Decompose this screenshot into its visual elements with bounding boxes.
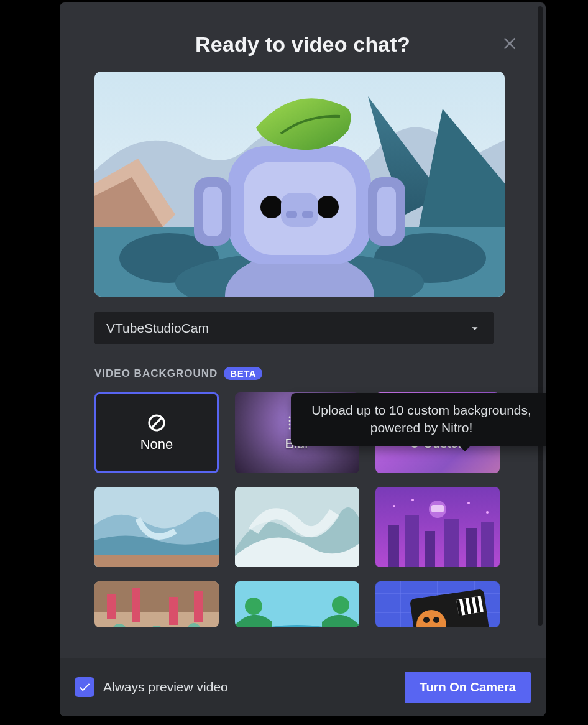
video-preview [94,72,505,297]
tile-label: None [140,436,173,453]
svg-rect-11 [377,187,396,236]
svg-rect-14 [281,193,318,227]
svg-point-48 [467,502,470,504]
modal-title: Ready to video chat? [195,32,410,57]
svg-point-62 [245,598,262,615]
always-preview-checkbox[interactable] [75,677,94,697]
svg-rect-40 [425,531,435,567]
close-icon [501,35,518,52]
background-option-preset-2[interactable] [235,487,359,568]
turn-on-camera-button[interactable]: Turn On Camera [405,672,531,703]
svg-point-19 [289,417,291,418]
svg-rect-41 [444,519,459,567]
beta-badge: BETA [224,367,262,380]
svg-point-76 [423,617,430,623]
none-icon [147,413,167,433]
section-label-text: VIDEO BACKGROUND [94,367,218,380]
svg-rect-39 [405,515,419,567]
check-icon [78,680,91,694]
svg-point-46 [393,505,395,507]
svg-point-21 [289,424,291,426]
video-background-label: VIDEO BACKGROUND BETA [94,367,511,380]
background-option-preset-6[interactable] [375,581,500,627]
background-option-none[interactable]: None [94,392,219,473]
background-option-preset-5[interactable] [235,581,359,627]
svg-rect-43 [481,522,494,567]
svg-point-13 [316,196,339,218]
modal-footer: Always preview video Turn On Camera [60,658,546,716]
svg-rect-45 [431,505,444,512]
svg-rect-15 [286,211,297,218]
svg-rect-52 [107,594,116,619]
svg-line-18 [152,418,162,428]
camera-select-value: VTubeStudioCam [106,321,209,336]
svg-rect-55 [194,591,203,622]
background-option-preset-1[interactable] [94,487,219,568]
scrollbar-thumb[interactable] [538,6,543,626]
svg-point-77 [433,617,439,623]
svg-point-20 [289,420,291,422]
close-button[interactable] [498,32,521,55]
svg-rect-54 [169,597,178,625]
custom-background-tooltip: Upload up to 10 custom backgrounds, powe… [291,393,546,446]
svg-rect-38 [388,525,399,567]
background-option-preset-3[interactable] [375,487,500,568]
svg-point-22 [289,428,291,430]
svg-rect-10 [203,187,222,236]
svg-point-63 [332,596,349,614]
svg-point-47 [411,499,414,501]
modal-header: Ready to video chat? [94,15,511,72]
tooltip-text: Upload up to 10 custom backgrounds, powe… [311,403,531,435]
svg-point-12 [260,196,283,218]
video-chat-modal: Ready to video chat? [60,2,546,716]
modal-body: Ready to video chat? [60,2,546,658]
svg-rect-16 [302,211,313,218]
camera-select[interactable]: VTubeStudioCam [94,312,494,344]
always-preview-row: Always preview video [75,677,228,697]
chevron-down-icon [468,321,482,335]
svg-point-49 [486,511,489,514]
svg-rect-53 [132,588,140,622]
svg-rect-35 [94,555,219,567]
always-preview-label: Always preview video [103,680,228,695]
svg-rect-42 [466,528,477,567]
background-option-preset-4[interactable] [94,581,219,627]
